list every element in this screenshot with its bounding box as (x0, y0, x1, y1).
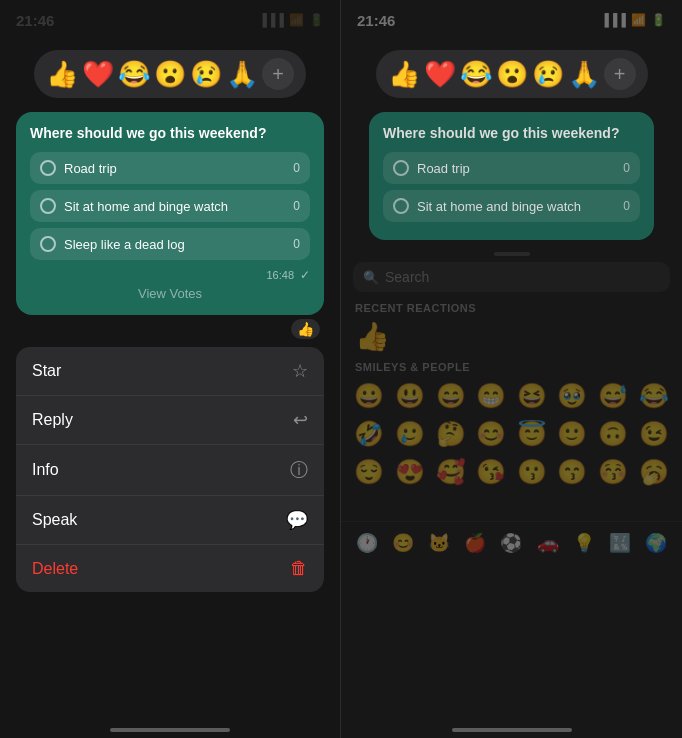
menu-label-star: Star (32, 362, 61, 380)
checkmark-icon: ✓ (300, 268, 310, 282)
reaction-heart[interactable]: ❤️ (82, 59, 114, 90)
poll-footer: 16:48 ✓ (30, 268, 310, 282)
poll-count-2: 0 (293, 199, 300, 213)
poll-option-1[interactable]: Road trip 0 (30, 152, 310, 184)
poll-count-1: 0 (293, 161, 300, 175)
menu-label-speak: Speak (32, 511, 77, 529)
reaction-pray[interactable]: 🙏 (226, 59, 258, 90)
thumb-badge: 👍 (291, 319, 320, 339)
reaction-wow[interactable]: 😮 (154, 59, 186, 90)
right-reaction-cry[interactable]: 😢 (532, 59, 564, 90)
right-poll-radio-2 (393, 198, 409, 214)
poll-radio-2 (40, 198, 56, 214)
right-reaction-pray[interactable]: 🙏 (568, 59, 600, 90)
poll-option-2[interactable]: Sit at home and binge watch 0 (30, 190, 310, 222)
poll-radio-1 (40, 160, 56, 176)
poll-radio-3 (40, 236, 56, 252)
delete-icon: 🗑 (290, 558, 308, 579)
reaction-bar-right[interactable]: 👍 ❤️ 😂 😮 😢 🙏 + (376, 50, 648, 98)
speak-icon: 💬 (286, 509, 308, 531)
reaction-cry[interactable]: 😢 (190, 59, 222, 90)
home-indicator-right (452, 728, 572, 732)
right-poll-question: Where should we go this weekend? (383, 124, 640, 142)
right-reaction-heart[interactable]: ❤️ (424, 59, 456, 90)
right-poll-wrapper: 👍 ❤️ 😂 😮 😢 🙏 + Where should we go this w… (341, 36, 682, 244)
menu-item-star[interactable]: Star ☆ (16, 347, 324, 396)
right-poll-count-1: 0 (623, 161, 630, 175)
reply-icon: ↩ (293, 409, 308, 431)
menu-label-reply: Reply (32, 411, 73, 429)
poll-option-3[interactable]: Sleep like a dead log 0 (30, 228, 310, 260)
poll-option-1-text: Road trip (64, 161, 117, 176)
right-poll-count-2: 0 (623, 199, 630, 213)
right-poll-option-2-text: Sit at home and binge watch (417, 199, 581, 214)
poll-bubble-right: Where should we go this weekend? Road tr… (369, 112, 654, 240)
menu-item-delete[interactable]: Delete 🗑 (16, 545, 324, 592)
reaction-add-button[interactable]: + (262, 58, 294, 90)
poll-time: 16:48 (266, 269, 294, 281)
right-reaction-wow[interactable]: 😮 (496, 59, 528, 90)
menu-label-delete: Delete (32, 560, 78, 578)
poll-option-3-text: Sleep like a dead log (64, 237, 185, 252)
right-poll-option-2[interactable]: Sit at home and binge watch 0 (383, 190, 640, 222)
reaction-laugh[interactable]: 😂 (118, 59, 150, 90)
right-poll-content: 👍 ❤️ 😂 😮 😢 🙏 + Where should we go this w… (341, 42, 682, 240)
right-panel: 21:46 ▐▐▐ 📶 🔋 👍 ❤️ 😂 😮 😢 🙏 + (341, 0, 682, 738)
poll-option-2-left: Sit at home and binge watch (40, 198, 228, 214)
poll-count-3: 0 (293, 237, 300, 251)
poll-bubble-left: Where should we go this weekend? Road tr… (16, 112, 324, 315)
reaction-bar-left[interactable]: 👍 ❤️ 😂 😮 😢 🙏 + (34, 50, 306, 98)
left-content: 👍 ❤️ 😂 😮 😢 🙏 + Where should we go this w… (0, 42, 340, 738)
right-poll-option-1-text: Road trip (417, 161, 470, 176)
poll-option-2-text: Sit at home and binge watch (64, 199, 228, 214)
menu-label-info: Info (32, 461, 59, 479)
menu-item-reply[interactable]: Reply ↩ (16, 396, 324, 445)
left-panel: 21:46 ▐▐▐ 📶 🔋 👍 ❤️ 😂 😮 😢 🙏 + Where s (0, 0, 341, 738)
poll-option-3-left: Sleep like a dead log (40, 236, 185, 252)
menu-item-info[interactable]: Info ⓘ (16, 445, 324, 496)
bubble-thumb-left: 👍 (0, 319, 320, 339)
context-menu: Star ☆ Reply ↩ Info ⓘ Speak 💬 Delete 🗑 (16, 347, 324, 592)
right-poll-radio-1 (393, 160, 409, 176)
poll-option-1-left: Road trip (40, 160, 117, 176)
right-poll-option-1[interactable]: Road trip 0 (383, 152, 640, 184)
reaction-thumbs-up[interactable]: 👍 (46, 59, 78, 90)
poll-question-left: Where should we go this weekend? (30, 124, 310, 142)
plus-icon: + (272, 63, 284, 86)
view-votes-button[interactable]: View Votes (30, 282, 310, 303)
right-plus-icon: + (614, 63, 626, 86)
info-icon: ⓘ (290, 458, 308, 482)
thumb-emoji: 👍 (297, 321, 314, 337)
right-reaction-laugh[interactable]: 😂 (460, 59, 492, 90)
right-reaction-thumbsup[interactable]: 👍 (388, 59, 420, 90)
right-reaction-add[interactable]: + (604, 58, 636, 90)
star-icon: ☆ (292, 360, 308, 382)
menu-item-speak[interactable]: Speak 💬 (16, 496, 324, 545)
